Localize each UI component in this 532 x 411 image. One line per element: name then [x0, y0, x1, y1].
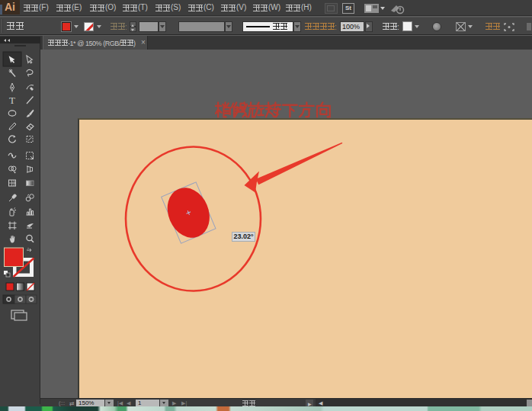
svg-text:T: T	[9, 95, 15, 106]
